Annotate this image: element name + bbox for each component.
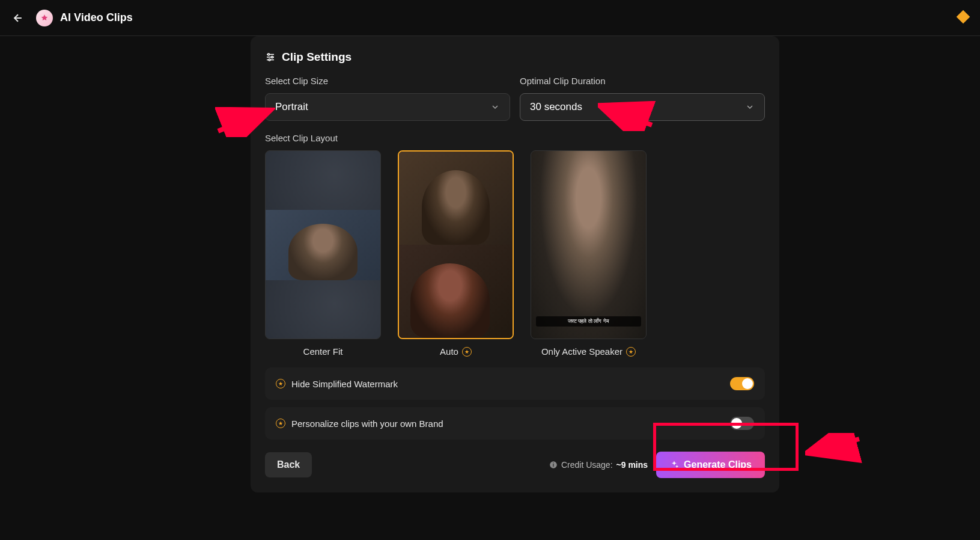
watermark-option-row: ★ Hide Simplified Watermark [265, 367, 765, 400]
layout-label-active-speaker: Only Active Speaker ★ [531, 346, 647, 357]
premium-diamond-icon[interactable] [957, 10, 970, 24]
caption-overlay: जस्ट पहले तो लाँग गेम [536, 316, 641, 327]
svg-text:i: i [553, 462, 554, 468]
duration-field: Optimal Clip Duration 30 seconds [520, 76, 765, 121]
back-arrow-button[interactable] [12, 12, 24, 24]
duration-value: 30 seconds [530, 101, 582, 113]
brand-toggle[interactable] [730, 417, 754, 430]
clip-size-select[interactable]: Portrait [265, 93, 510, 121]
info-icon: i [549, 461, 558, 469]
annotation-arrow [805, 433, 865, 463]
layout-thumb-auto [398, 150, 514, 339]
generate-label: Generate Clips [684, 459, 752, 470]
premium-badge-icon: ★ [276, 419, 285, 428]
layout-label: Select Clip Layout [265, 133, 765, 143]
header: AI Video Clips [0, 0, 980, 36]
duration-select[interactable]: 30 seconds [520, 93, 765, 121]
layout-thumb-center-fit [265, 150, 381, 339]
sparkle-icon [669, 460, 679, 470]
chevron-down-icon [745, 102, 755, 112]
svg-line-13 [814, 439, 859, 451]
layout-options: Center Fit Auto ★ जस्ट पहले तो लाँग गेम … [265, 150, 765, 357]
layout-label-auto: Auto ★ [398, 346, 514, 357]
clip-size-field: Select Clip Size Portrait [265, 76, 510, 121]
layout-label-center-fit: Center Fit [265, 346, 381, 357]
brand-label: Personalize clips with your own Brand [291, 419, 443, 429]
layout-option-active-speaker[interactable]: जस्ट पहले तो लाँग गेम Only Active Speake… [531, 150, 647, 357]
svg-point-3 [268, 54, 270, 55]
layout-option-center-fit[interactable]: Center Fit [265, 150, 381, 357]
sliders-icon [265, 52, 276, 63]
chevron-down-icon [490, 102, 500, 112]
premium-badge-icon: ★ [462, 347, 472, 357]
dropdown-row: Select Clip Size Portrait Optimal Clip D… [265, 76, 765, 121]
duration-label: Optimal Clip Duration [520, 76, 765, 86]
clip-size-label: Select Clip Size [265, 76, 510, 86]
arrow-left-icon [12, 12, 24, 24]
watermark-toggle[interactable] [730, 377, 754, 390]
page-title: AI Video Clips [60, 11, 133, 24]
app-logo [36, 10, 53, 26]
brand-option-row: ★ Personalize clips with your own Brand [265, 407, 765, 440]
layout-thumb-active-speaker: जस्ट पहले तो लाँग गेम [531, 150, 647, 339]
section-title: Clip Settings [282, 51, 352, 64]
section-header: Clip Settings [265, 51, 765, 64]
footer-row: Back i Credit Usage: ~9 mins Generate Cl… [265, 452, 765, 478]
svg-point-5 [269, 59, 270, 61]
credit-label: Credit Usage: [561, 460, 613, 470]
credit-value: ~9 mins [616, 460, 648, 470]
premium-badge-icon: ★ [276, 379, 285, 388]
layout-option-auto[interactable]: Auto ★ [398, 150, 514, 357]
generate-clips-button[interactable]: Generate Clips [656, 452, 765, 478]
credit-usage: i Credit Usage: ~9 mins [549, 460, 648, 470]
back-button[interactable]: Back [265, 452, 312, 477]
logo-s-icon [40, 14, 49, 22]
clip-settings-panel: Clip Settings Select Clip Size Portrait … [251, 36, 779, 492]
watermark-label: Hide Simplified Watermark [291, 379, 398, 389]
svg-point-4 [272, 57, 273, 58]
premium-badge-icon: ★ [626, 347, 636, 357]
clip-size-value: Portrait [275, 101, 308, 113]
